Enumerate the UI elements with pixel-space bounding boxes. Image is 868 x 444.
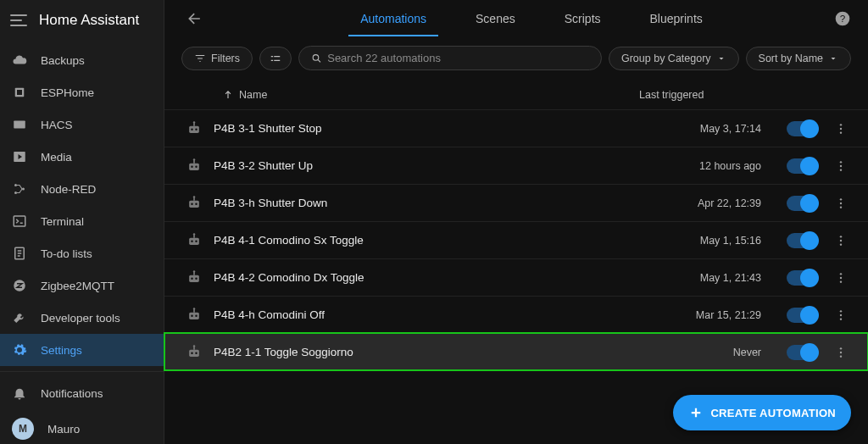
- enable-toggle[interactable]: [787, 158, 817, 174]
- svg-point-26: [840, 169, 842, 170]
- tab-blueprints[interactable]: Blueprints: [647, 2, 706, 36]
- svg-point-15: [195, 128, 198, 130]
- automation-row[interactable]: P4B 3-1 Shutter Stop May 3, 17:14: [164, 109, 868, 147]
- table-header: Name Last triggered: [164, 80, 868, 109]
- svg-point-51: [193, 308, 196, 310]
- tab-automations[interactable]: Automations: [357, 2, 430, 36]
- filters-label: Filters: [211, 53, 240, 64]
- automation-row[interactable]: P4B 4-1 Comodino Sx Toggle May 1, 15:16: [164, 221, 868, 258]
- more-menu[interactable]: [834, 308, 851, 322]
- sidebar-item-media[interactable]: Media: [0, 141, 164, 173]
- more-menu[interactable]: [834, 122, 851, 136]
- sidebar-item-label: Media: [41, 151, 72, 164]
- sidebar-item-user[interactable]: M Mauro: [0, 409, 164, 444]
- sidebar-divider: [0, 371, 164, 372]
- svg-rect-2: [14, 121, 25, 129]
- sidebar-item-label: Backups: [41, 54, 85, 67]
- automation-name: P4B 3-1 Shutter Stop: [214, 122, 668, 135]
- robot-icon: [181, 195, 207, 212]
- sidebar-item-backups[interactable]: Backups: [0, 44, 164, 76]
- list-icon: [269, 53, 282, 64]
- svg-point-30: [193, 196, 196, 198]
- automation-row[interactable]: P4B 3-h Shutter Down Apr 22, 12:39: [164, 184, 868, 221]
- sidebar-item-todo[interactable]: To-do lists: [0, 237, 164, 269]
- toggle-list-button[interactable]: [259, 47, 292, 70]
- sidebar-item-label: Developer tools: [41, 312, 120, 325]
- enable-toggle[interactable]: [787, 233, 817, 248]
- last-triggered: Never: [668, 347, 761, 358]
- robot-icon: [181, 158, 207, 175]
- user-name: Mauro: [47, 423, 80, 436]
- svg-rect-13: [189, 125, 199, 132]
- automation-row[interactable]: P4B 4-2 Comodino Dx Toggle May 1, 21:43: [164, 258, 868, 296]
- sort-asc-icon: [222, 89, 234, 101]
- create-automation-button[interactable]: CREATE AUTOMATION: [673, 395, 851, 430]
- gear-icon: [12, 342, 27, 358]
- tab-scripts[interactable]: Scripts: [561, 2, 604, 36]
- group-by-label: Group by Category: [621, 53, 711, 64]
- group-by-dropdown[interactable]: Group by Category: [609, 47, 739, 70]
- sidebar-item-devtools[interactable]: Developer tools: [0, 302, 164, 334]
- enable-toggle[interactable]: [787, 196, 817, 211]
- sidebar-item-notifications[interactable]: Notifications: [0, 377, 164, 409]
- svg-point-35: [191, 240, 193, 242]
- cloud-icon: [12, 53, 27, 68]
- svg-point-52: [840, 310, 842, 312]
- filters-button[interactable]: Filters: [181, 47, 253, 70]
- top-bar: Automations Scenes Scripts Blueprints ?: [164, 0, 868, 37]
- more-menu[interactable]: [834, 271, 851, 285]
- svg-point-37: [193, 233, 196, 236]
- svg-point-28: [191, 203, 193, 205]
- more-menu[interactable]: [834, 234, 851, 247]
- avatar: M: [12, 418, 34, 440]
- svg-point-47: [840, 280, 842, 282]
- col-name-header[interactable]: Name: [222, 89, 639, 101]
- sidebar-item-zigbee[interactable]: Zigbee2MQTT: [0, 269, 164, 302]
- svg-point-32: [840, 202, 842, 203]
- svg-point-31: [840, 198, 842, 200]
- svg-point-54: [840, 318, 842, 319]
- enable-toggle[interactable]: [787, 270, 817, 286]
- sidebar-item-label: Settings: [41, 344, 82, 357]
- automation-row[interactable]: P4B 3-2 Shutter Up 12 hours ago: [164, 147, 868, 184]
- svg-point-43: [195, 277, 198, 280]
- automation-row[interactable]: P4B 4-h Comodini Off Mar 15, 21:29: [164, 296, 868, 333]
- todo-icon: [12, 246, 27, 261]
- sidebar-item-terminal[interactable]: Terminal: [0, 205, 164, 237]
- svg-point-44: [193, 270, 196, 273]
- svg-rect-1: [17, 90, 22, 95]
- svg-rect-27: [189, 200, 199, 207]
- sidebar-item-label: Zigbee2MQTT: [41, 280, 114, 292]
- sidebar-item-esphome[interactable]: ESPHome: [0, 76, 164, 108]
- sort-by-dropdown[interactable]: Sort by Name: [746, 47, 851, 70]
- sidebar-item-hacs[interactable]: HACS: [0, 108, 164, 141]
- col-triggered-header[interactable]: Last triggered: [639, 89, 741, 101]
- menu-icon[interactable]: [10, 14, 27, 26]
- svg-point-57: [195, 352, 198, 354]
- svg-point-17: [840, 124, 842, 125]
- robot-icon: [181, 120, 207, 137]
- back-button[interactable]: [181, 5, 209, 32]
- enable-toggle[interactable]: [787, 345, 817, 360]
- svg-point-12: [313, 54, 319, 60]
- automation-row[interactable]: P4B2 1-1 Toggle Soggiorno Never: [164, 333, 868, 370]
- enable-toggle[interactable]: [787, 121, 817, 136]
- more-menu[interactable]: [834, 197, 851, 210]
- svg-point-16: [193, 121, 196, 124]
- more-menu[interactable]: [834, 346, 851, 359]
- tab-scenes[interactable]: Scenes: [472, 2, 519, 36]
- sidebar-item-nodered[interactable]: Node-RED: [0, 173, 164, 205]
- wrench-icon: [12, 310, 27, 325]
- sidebar-item-label: To-do lists: [41, 247, 92, 260]
- svg-point-46: [840, 276, 842, 278]
- help-button[interactable]: ?: [834, 10, 851, 27]
- automation-name: P4B 4-2 Comodino Dx Toggle: [214, 271, 668, 284]
- more-menu[interactable]: [834, 159, 851, 173]
- search-input[interactable]: [327, 52, 589, 64]
- search-field[interactable]: [298, 46, 602, 70]
- enable-toggle[interactable]: [787, 308, 817, 323]
- sidebar-item-settings[interactable]: Settings: [0, 334, 164, 366]
- last-triggered: 12 hours ago: [668, 160, 761, 172]
- fab-label: CREATE AUTOMATION: [710, 407, 836, 419]
- automation-name: P4B 3-h Shutter Down: [214, 197, 668, 209]
